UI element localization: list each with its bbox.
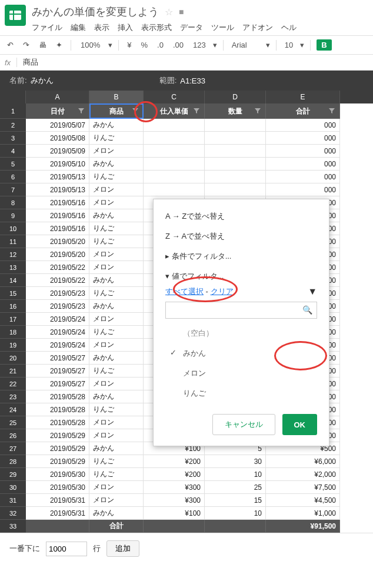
menu-format[interactable]: 表示形式 <box>141 22 172 33</box>
total-value[interactable]: ¥91,500 <box>266 520 340 533</box>
cell-unit-price[interactable]: ¥200 <box>144 468 205 481</box>
total-cell-d[interactable] <box>205 520 266 533</box>
cell-product[interactable]: りんご <box>89 455 144 468</box>
total-label[interactable]: 合計 <box>89 520 144 533</box>
row-num[interactable]: 19 <box>0 339 26 352</box>
cell-product[interactable]: りんご <box>89 287 144 300</box>
cell-date[interactable]: 2019/05/16 <box>26 209 89 222</box>
cell-product[interactable]: みかん <box>89 352 144 365</box>
row-num[interactable]: 22 <box>0 377 26 390</box>
row-num[interactable]: 3 <box>0 132 26 145</box>
cell-unit-price[interactable]: ¥200 <box>144 455 205 468</box>
cell-date[interactable]: 2019/05/23 <box>26 300 89 313</box>
cell-date[interactable]: 2019/05/24 <box>26 313 89 326</box>
cell-total[interactable]: ¥4,500 <box>266 494 340 507</box>
row-num[interactable]: 23 <box>0 390 26 403</box>
filter-name-value[interactable]: みかん <box>31 75 54 86</box>
cell-date[interactable]: 2019/05/29 <box>26 442 89 455</box>
currency-format[interactable]: ¥ <box>125 39 134 51</box>
cancel-button[interactable]: キャンセル <box>212 414 275 435</box>
cell-date[interactable]: 2019/05/28 <box>26 403 89 416</box>
cell-quantity[interactable]: 15 <box>205 494 266 507</box>
clear-link[interactable]: クリア <box>211 287 234 296</box>
cell-unit-price[interactable] <box>144 145 205 158</box>
cell-product[interactable]: りんご <box>89 326 144 339</box>
cell-product[interactable]: りんご <box>89 403 144 416</box>
row-num[interactable]: 21 <box>0 365 26 377</box>
sort-az[interactable]: A → Zで並べ替え <box>154 206 329 226</box>
row-num[interactable]: 25 <box>0 416 26 429</box>
cell-product[interactable]: みかん <box>89 442 144 455</box>
cell-date[interactable]: 2019/05/20 <box>26 248 89 261</box>
row-num[interactable]: 8 <box>0 196 26 209</box>
cell-date[interactable]: 2019/05/22 <box>26 274 89 287</box>
cell-total[interactable]: 000 <box>266 158 340 171</box>
row-num[interactable]: 24 <box>0 403 26 416</box>
filter-icon[interactable] <box>254 107 262 115</box>
row-num[interactable]: 20 <box>0 352 26 365</box>
cell-total[interactable]: ¥2,000 <box>266 468 340 481</box>
cell-product[interactable]: メロン <box>89 196 144 209</box>
cell-product[interactable]: みかん <box>89 209 144 222</box>
font-size[interactable]: 10 <box>282 39 295 51</box>
cell-unit-price[interactable]: ¥300 <box>144 481 205 494</box>
row-num[interactable]: 13 <box>0 261 26 274</box>
cell-product[interactable]: メロン <box>89 481 144 494</box>
cell-date[interactable]: 2019/05/31 <box>26 507 89 520</box>
cell-date[interactable]: 2019/05/24 <box>26 326 89 339</box>
cell-unit-price[interactable] <box>144 119 205 132</box>
number-format[interactable]: 123 <box>191 39 208 51</box>
cell-date[interactable]: 2019/05/29 <box>26 455 89 468</box>
cell-date[interactable]: 2019/05/31 <box>26 494 89 507</box>
col-header-e[interactable]: E <box>266 91 340 103</box>
filter-by-condition[interactable]: ▸ 条件でフィルタ... <box>154 246 329 266</box>
row-num[interactable]: 31 <box>0 494 26 507</box>
add-rows-button[interactable]: 追加 <box>106 540 139 557</box>
cell-date[interactable]: 2019/05/27 <box>26 365 89 377</box>
cell-date[interactable]: 2019/05/07 <box>26 119 89 132</box>
cell-date[interactable]: 2019/05/28 <box>26 390 89 403</box>
cell-product[interactable]: メロン <box>89 183 144 196</box>
sort-za[interactable]: Z → Aで並べ替え <box>154 226 329 246</box>
increase-decimal[interactable]: .00 <box>171 39 186 51</box>
menu-data[interactable]: データ <box>180 22 203 33</box>
cell-unit-price[interactable]: ¥300 <box>144 494 205 507</box>
menu-addons[interactable]: アドオン <box>242 22 273 33</box>
menu-edit[interactable]: 編集 <box>71 22 86 33</box>
cell-date[interactable]: 2019/05/13 <box>26 171 89 183</box>
row-num[interactable]: 32 <box>0 507 26 520</box>
zoom-select[interactable]: 100% <box>77 39 104 51</box>
cell-total[interactable]: 000 <box>266 171 340 183</box>
filter-value-melon[interactable]: メロン <box>165 363 317 383</box>
cell-date[interactable]: 2019/05/16 <box>26 196 89 209</box>
row-num[interactable]: 7 <box>0 183 26 196</box>
row-num[interactable]: 30 <box>0 481 26 494</box>
select-all-link[interactable]: すべて選択 <box>165 287 204 296</box>
col-header-d[interactable]: D <box>205 91 266 103</box>
cell-total[interactable]: 000 <box>266 132 340 145</box>
row-num[interactable]: 27 <box>0 442 26 455</box>
cell-product[interactable]: みかん <box>89 390 144 403</box>
cell-quantity[interactable]: 25 <box>205 481 266 494</box>
row-num[interactable]: 18 <box>0 326 26 339</box>
row-num[interactable]: 2 <box>0 119 26 132</box>
filter-range-value[interactable]: A1:E33 <box>180 76 205 85</box>
filter-value-ringo[interactable]: りんご <box>165 383 317 403</box>
cell-total[interactable]: 000 <box>266 119 340 132</box>
cell-product[interactable]: メロン <box>89 494 144 507</box>
formula-value[interactable]: 商品 <box>23 57 38 68</box>
menu-insert[interactable]: 挿入 <box>118 22 133 33</box>
funnel-icon[interactable]: ▼ <box>308 286 317 297</box>
row-num[interactable]: 5 <box>0 158 26 171</box>
cell-date[interactable]: 2019/05/27 <box>26 352 89 365</box>
row-num[interactable]: 4 <box>0 145 26 158</box>
star-icon[interactable]: ☆ <box>165 6 173 18</box>
decrease-decimal[interactable]: .0 <box>155 39 166 51</box>
add-rows-input[interactable] <box>46 542 87 556</box>
print-icon[interactable]: 🖶 <box>36 39 49 51</box>
filter-by-value[interactable]: ▾ 値でフィルタ... <box>154 266 329 286</box>
cell-date[interactable]: 2019/05/08 <box>26 132 89 145</box>
cell-quantity[interactable] <box>205 119 266 132</box>
cell-product[interactable]: みかん <box>89 274 144 287</box>
cell-date[interactable]: 2019/05/13 <box>26 183 89 196</box>
